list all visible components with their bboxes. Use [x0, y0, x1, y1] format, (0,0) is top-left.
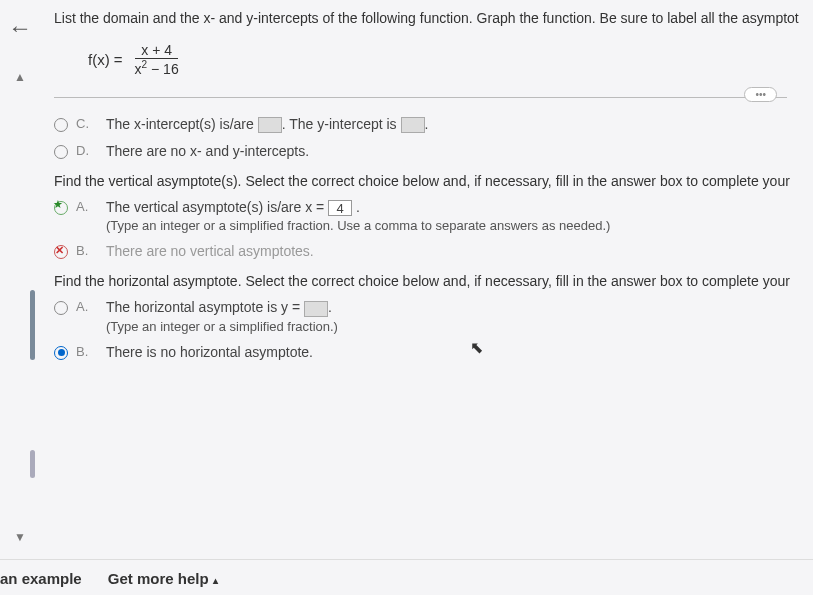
- formula-numerator: x + 4: [135, 42, 178, 59]
- scroll-down-icon[interactable]: ▼: [14, 530, 26, 544]
- vertical-asymptote-prompt: Find the vertical asymptote(s). Select t…: [54, 173, 807, 189]
- x-intercept-input[interactable]: [258, 117, 282, 133]
- example-link[interactable]: an example: [0, 570, 82, 587]
- question-prompt: List the domain and the x- and y-interce…: [54, 10, 807, 26]
- scroll-thumb-lower[interactable]: [30, 450, 35, 478]
- radio-icon[interactable]: [54, 118, 68, 132]
- option-hint: (Type an integer or a simplified fractio…: [106, 319, 807, 334]
- option-hint: (Type an integer or a simplified fractio…: [106, 218, 807, 233]
- get-help-link[interactable]: Get more help ▴: [108, 570, 218, 587]
- caret-up-icon: ▴: [213, 575, 218, 586]
- option-label: B.: [76, 344, 94, 359]
- intercept-option-c[interactable]: C. The x-intercept(s) is/are . The y-int…: [54, 116, 807, 133]
- option-text: There are no vertical asymptotes.: [106, 243, 807, 259]
- horizontal-asymptote-input[interactable]: [304, 301, 328, 317]
- horizontal-option-a[interactable]: A. The horizontal asymptote is y = . (Ty…: [54, 299, 807, 333]
- function-formula: f(x) = x + 4 x2 − 16: [88, 42, 807, 77]
- formula-lhs: f(x) =: [88, 51, 123, 68]
- option-text: There is no horizontal asymptote.: [106, 344, 807, 360]
- horizontal-option-b[interactable]: B. There is no horizontal asymptote.: [54, 344, 807, 360]
- option-label: C.: [76, 116, 94, 131]
- y-intercept-input[interactable]: [401, 117, 425, 133]
- option-text: The x-intercept(s) is/are . The y-interc…: [106, 116, 807, 133]
- option-label: A.: [76, 299, 94, 314]
- section-divider: [54, 97, 787, 98]
- radio-icon[interactable]: [54, 145, 68, 159]
- cursor-icon: ⬉: [470, 338, 483, 357]
- scroll-thumb[interactable]: [30, 290, 35, 360]
- formula-denominator: x2 − 16: [129, 59, 185, 77]
- intercept-option-d[interactable]: D. There are no x- and y-intercepts.: [54, 143, 807, 159]
- vertical-option-b[interactable]: B. There are no vertical asymptotes.: [54, 243, 807, 259]
- radio-icon[interactable]: [54, 301, 68, 315]
- option-text: The vertical asymptote(s) is/are x = 4 .…: [106, 199, 807, 233]
- footer-bar: an example Get more help ▴: [0, 559, 813, 587]
- option-label: A.: [76, 199, 94, 214]
- scroll-up-icon[interactable]: ▲: [14, 70, 26, 84]
- correct-star-icon[interactable]: [54, 201, 68, 215]
- option-text: There are no x- and y-intercepts.: [106, 143, 807, 159]
- radio-selected-icon[interactable]: [54, 346, 68, 360]
- more-options-button[interactable]: •••: [744, 87, 777, 102]
- option-label: B.: [76, 243, 94, 258]
- vertical-asymptote-input[interactable]: 4: [328, 200, 352, 216]
- option-text: The horizontal asymptote is y = . (Type …: [106, 299, 807, 333]
- horizontal-asymptote-prompt: Find the horizontal asymptote. Select th…: [54, 273, 807, 289]
- back-arrow-icon[interactable]: ←: [8, 14, 32, 42]
- option-label: D.: [76, 143, 94, 158]
- vertical-option-a[interactable]: A. The vertical asymptote(s) is/are x = …: [54, 199, 807, 233]
- incorrect-x-icon[interactable]: [54, 245, 68, 259]
